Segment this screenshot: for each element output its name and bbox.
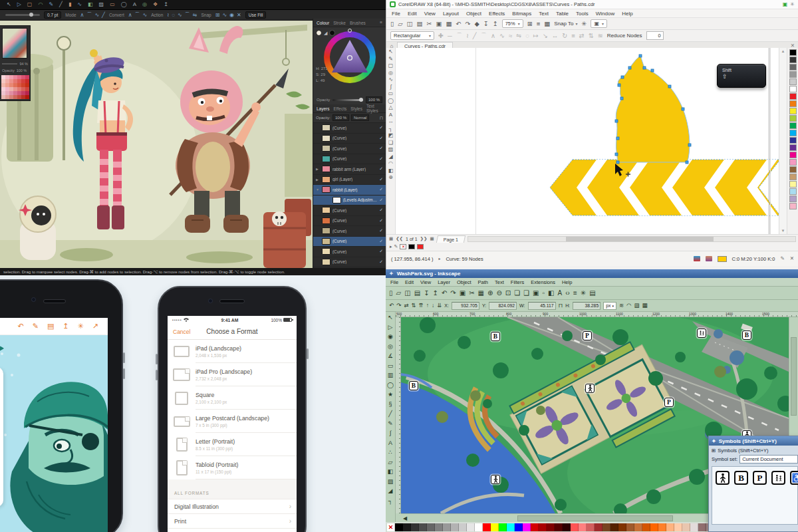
symbols-dialog-title-bar[interactable]: ✦ Symbols (Shift+Ctrl+Y) xyxy=(709,436,798,446)
color-swatch[interactable] xyxy=(395,523,403,531)
eyedropper-icon[interactable]: ◢ xyxy=(388,154,392,160)
snap-off-icon[interactable]: ✕ xyxy=(237,13,241,18)
menu-item[interactable]: Text xyxy=(539,11,549,17)
color-swatch[interactable] xyxy=(507,523,515,531)
color-swatch[interactable] xyxy=(789,78,797,85)
layer-row[interactable]: (Curve) ✓ xyxy=(313,144,386,154)
format-list-item[interactable]: iPad Pro (Landscape) 2,732 x 2,048 px xyxy=(168,363,297,386)
fullscreen-icon[interactable]: ⊞ xyxy=(527,21,533,27)
copy-icon[interactable]: ▣ xyxy=(436,21,442,27)
color-swatch[interactable] xyxy=(650,523,658,531)
symbol-P[interactable]: P xyxy=(753,471,767,485)
reverse-direction-icon[interactable]: ⇋ xyxy=(516,33,521,39)
outline-pen-icon[interactable]: ✎ xyxy=(394,244,398,249)
vertical-ruler[interactable] xyxy=(396,317,401,513)
color-swatch[interactable] xyxy=(682,523,690,531)
horizontal-scrollbar[interactable] xyxy=(467,236,796,242)
to-smart-icon[interactable]: ∿ xyxy=(143,13,148,18)
layer-opacity-value[interactable]: 100 % xyxy=(332,114,349,121)
add-node-icon[interactable]: ✚ xyxy=(438,33,444,39)
color-swatch[interactable] xyxy=(789,130,797,136)
panel-menu-icon[interactable]: ≡ xyxy=(380,21,382,25)
stroke-width-slider[interactable] xyxy=(5,14,40,16)
zoom-page-icon[interactable]: ⊡ xyxy=(505,290,511,297)
snap-curve-icon[interactable]: ∿ xyxy=(222,13,227,18)
measure-icon[interactable]: ∡ xyxy=(386,352,395,360)
tab-styles[interactable]: Styles xyxy=(350,106,362,111)
color-swatch[interactable] xyxy=(499,523,507,531)
lock-ratio-icon[interactable]: ⊓ xyxy=(559,303,563,309)
cut-icon[interactable]: ✂ xyxy=(427,21,432,27)
ellipse-icon[interactable]: ◯ xyxy=(121,2,127,7)
add-page-icon[interactable]: ▦ xyxy=(430,237,434,241)
symbol-walker[interactable] xyxy=(716,471,730,485)
flip-v-icon[interactable]: ⇅ xyxy=(411,303,416,309)
flip-h-icon[interactable]: ⇄ xyxy=(404,303,408,309)
proof-color-icon[interactable] xyxy=(706,256,712,261)
snap-grid-icon[interactable]: ⊞ xyxy=(215,13,220,18)
color-swatch[interactable] xyxy=(419,523,427,531)
outline-icon[interactable]: ◠ xyxy=(388,161,393,166)
rotate-nodes-icon[interactable]: ↻ xyxy=(562,33,567,39)
expand-icon[interactable]: ▸ xyxy=(390,244,392,249)
layer-visibility-check-icon[interactable]: ✓ xyxy=(379,177,383,182)
menu-item[interactable]: Bitmaps xyxy=(512,11,531,17)
map-symbol-walker[interactable] xyxy=(491,475,500,484)
fill-icon[interactable]: ◧ xyxy=(88,2,93,7)
color-swatch[interactable] xyxy=(427,523,435,531)
node-icon[interactable]: ▷ xyxy=(386,323,395,332)
layer-row[interactable]: (Curve) ✓ xyxy=(313,134,386,144)
print-icon[interactable]: ▤ xyxy=(414,290,420,297)
document-color-icon[interactable] xyxy=(694,256,700,261)
color-swatch[interactable] xyxy=(523,523,531,531)
layer-row[interactable]: (Curve) ✓ xyxy=(313,257,386,268)
undo-icon[interactable]: ↶ xyxy=(456,21,461,27)
fill-swatch[interactable] xyxy=(316,30,322,36)
align-icon[interactable]: ≡ xyxy=(573,290,577,297)
menu-item[interactable]: Help xyxy=(562,279,572,285)
fill-icon[interactable]: ◧ xyxy=(388,168,394,174)
interactive-fill-icon[interactable]: ◩ xyxy=(388,133,394,138)
doc-props-icon[interactable]: ▤ xyxy=(589,290,595,297)
raise-icon[interactable]: ↑ xyxy=(426,303,429,309)
hue-marker[interactable] xyxy=(348,29,352,33)
outline-color-swatch[interactable] xyxy=(408,244,415,249)
cut-icon[interactable]: ✂ xyxy=(469,290,474,297)
menu-item[interactable]: Path xyxy=(478,279,488,285)
rect-icon[interactable]: ▭ xyxy=(386,362,395,370)
color-swatch[interactable] xyxy=(789,122,797,129)
color-swatch[interactable] xyxy=(789,100,797,107)
map-symbol-family[interactable] xyxy=(697,329,706,338)
hand-icon[interactable]: ❖ xyxy=(153,2,158,7)
menu-item[interactable]: View xyxy=(420,279,431,285)
color-swatch[interactable] xyxy=(618,523,626,531)
move-icon[interactable]: ↖ xyxy=(7,2,11,7)
export-icon[interactable]: ↥ xyxy=(493,21,498,27)
pen-icon[interactable]: ✎ xyxy=(386,420,395,428)
layer-visibility-check-icon[interactable]: ✓ xyxy=(379,239,383,244)
break-curve-icon[interactable]: ≀ xyxy=(167,13,169,18)
menu-item[interactable]: Layout xyxy=(443,11,459,17)
color-swatch[interactable] xyxy=(789,174,797,180)
spiral-icon[interactable]: § xyxy=(386,400,395,409)
tab-stroke[interactable]: Stroke xyxy=(333,21,346,25)
menu-item[interactable]: Object xyxy=(457,279,471,285)
fill-icon[interactable]: ◧ xyxy=(386,467,395,476)
menu-item[interactable]: Filters xyxy=(511,279,524,285)
color-swatch[interactable] xyxy=(515,523,523,531)
gradient-icon[interactable]: ▨ xyxy=(386,477,395,486)
color-swatch[interactable] xyxy=(789,57,797,63)
menu-item[interactable]: File xyxy=(390,279,398,285)
text-tool-icon[interactable]: A xyxy=(389,112,392,118)
vector-brush-icon[interactable]: ∿ xyxy=(77,2,82,7)
color-swatch[interactable] xyxy=(555,523,563,531)
color-swatch[interactable] xyxy=(642,523,650,531)
close-curve-icon[interactable]: ◌ xyxy=(172,13,175,18)
layer-expander[interactable]: ▶ xyxy=(316,178,320,182)
stretch-nodes-icon[interactable]: ↔ xyxy=(552,33,559,39)
color-swatch[interactable] xyxy=(602,523,610,531)
align-nodes-icon[interactable]: ≡ xyxy=(571,33,575,39)
rotate-ccw-icon[interactable]: ↶ xyxy=(389,303,394,309)
color-swatch[interactable] xyxy=(789,203,797,209)
format-list-item[interactable]: iPad (Landscape) 2,048 x 1,536 px xyxy=(168,340,297,363)
